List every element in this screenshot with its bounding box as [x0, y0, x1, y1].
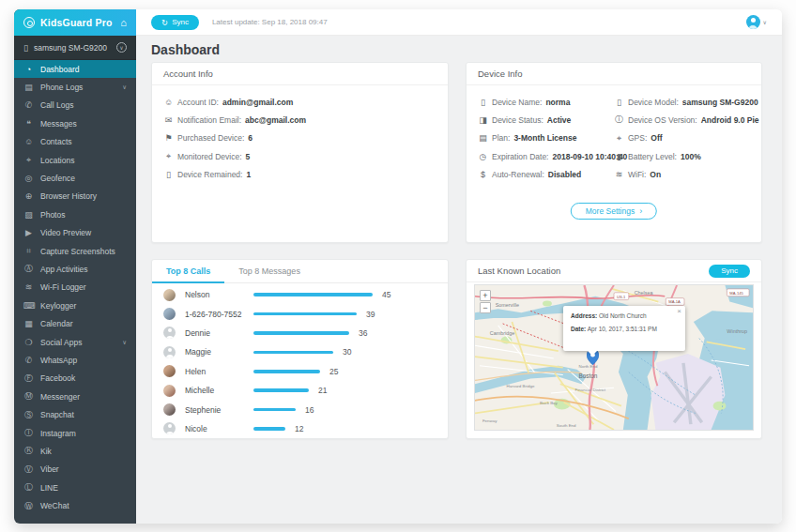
main-content: Dashboard Account Info ☺ Account ID: adm… [136, 36, 782, 524]
map-label-harvard-bridge: Harvard Bridge [507, 384, 535, 388]
device-selector-label: samsung SM-G9200 [34, 43, 107, 53]
sidebar-item-app-activities[interactable]: Ⓐ App Activities [14, 260, 136, 278]
sidebar-item-viber[interactable]: Ⓥ Viber [14, 461, 136, 479]
map-label-back-bay: Back Bay [540, 401, 559, 405]
contact-avatar [163, 365, 176, 377]
sidebar-item-social-apps[interactable]: ❍ Social Apps [14, 333, 136, 351]
info-row-purchased-device: ⚑ Purchased Device: 6 [163, 129, 436, 147]
svg-text:MA-145: MA-145 [729, 291, 743, 296]
call-count-value: 25 [329, 367, 338, 376]
sidebar-item-call-logs[interactable]: ✆ Call Logs [14, 97, 136, 114]
location-sync-button[interactable]: Sync [709, 265, 750, 278]
info-row-gps: ⌖ GPS: Off [614, 129, 750, 147]
sidebar-item-contacts[interactable]: ☺ Contacts [14, 133, 136, 151]
chart-row-helen: Helen 25 [163, 362, 436, 381]
wifi-logger-icon: ≋ [23, 282, 34, 292]
chart-row-maggie: Maggie 30 [163, 342, 436, 361]
device-info-left-column: ▯ Device Name: norma ◨ Device Status: Ac… [478, 93, 614, 183]
expiration-icon: ◷ [478, 152, 488, 161]
tooltip-date-value: Apr 10, 2017, 3:51:31 PM [588, 326, 657, 332]
sidebar-item-line[interactable]: Ⓛ LINE [14, 479, 136, 496]
close-icon[interactable]: × [677, 308, 681, 315]
chart-row-nicole: Nicole 12 [163, 419, 436, 438]
sidebar-item-whatsapp[interactable]: ✆ WhatsApp [14, 351, 136, 369]
wechat-icon: Ⓦ [23, 500, 34, 512]
call-count-bar [253, 388, 309, 392]
chart-row-michelle: Michelle 21 [163, 381, 436, 400]
calls-chart: Nelson 45 1-626-780-7552 39 [152, 283, 448, 438]
purchased-icon: ⚑ [163, 133, 174, 143]
map-zoom-out-button[interactable]: − [480, 302, 491, 313]
device-status-icon: ◨ [478, 115, 488, 125]
phone-logs-icon: ▤ [23, 83, 34, 92]
calendar-icon: ▦ [23, 319, 34, 328]
user-menu[interactable]: ∨ [746, 15, 767, 29]
map-label-winthrop: Winthrop [727, 328, 747, 334]
info-row-device-model: ▯ Device Model: samsung SM-G9200 [614, 93, 750, 111]
topbar: ↻ Sync Latest update: Sep 18, 2018 09:47… [136, 9, 782, 36]
gps-icon: ⌖ [614, 133, 624, 144]
sidebar-item-locations[interactable]: ⌖ Locations [14, 151, 136, 169]
tooltip-date-label: Date: [571, 326, 586, 332]
call-count-bar [253, 408, 296, 412]
info-row-auto-renewal: $ Auto-Renewal: Disabled [478, 165, 614, 183]
sync-icon: ↻ [161, 18, 168, 27]
info-row-monitored-device: ⌖ Monitored Device: 5 [163, 147, 436, 165]
sidebar-item-snapchat[interactable]: Ⓢ Snapchat [14, 405, 136, 423]
call-count-bar [253, 427, 285, 431]
chart-row-dennie: Dennie 36 [163, 324, 436, 342]
renewal-icon: $ [478, 170, 488, 179]
sidebar-item-wechat[interactable]: Ⓦ WeChat [14, 496, 136, 514]
map-label-cambridge: Cambridge [490, 330, 514, 336]
sidebar-item-keylogger[interactable]: ⌨ Keylogger [14, 296, 136, 314]
kidsguard-logo-icon [23, 17, 35, 28]
sidebar-item-facebook[interactable]: Ⓕ Facebook [14, 370, 136, 388]
account-info-title: Account Info [152, 63, 448, 85]
sidebar-item-messages[interactable]: ❝ Messages [14, 114, 136, 132]
contact-avatar [163, 308, 176, 320]
contact-name: 1-626-780-7552 [185, 310, 253, 319]
sidebar-item-photos[interactable]: ▨ Photos [14, 205, 136, 223]
sidebar-item-dashboard[interactable]: ◔ Dashboard [14, 60, 136, 78]
chart-row-nelson: Nelson 45 [163, 285, 436, 304]
sidebar-item-kik[interactable]: Ⓚ Kik [14, 442, 136, 460]
sidebar-item-instagram[interactable]: Ⓘ Instagram [14, 424, 136, 442]
app-window: KidsGuard Pro ⌂ ▯ samsung SM-G9200 ∨ ◔ D… [14, 9, 782, 524]
map-label-somerville: Somerville [496, 302, 519, 308]
device-info-card: Device Info ▯ Device Name: norma ◨ [466, 62, 762, 243]
map[interactable]: Somerville Cambridge Chelsea Winthrop Bo… [474, 284, 754, 431]
home-icon[interactable]: ⌂ [120, 18, 127, 28]
info-row-device-os-version: ⓘ Device OS Version: Android 9.0 Pie [614, 111, 750, 129]
dashboard-icon: ◔ [23, 65, 34, 74]
facebook-icon: Ⓕ [23, 372, 34, 385]
device-info-title: Device Info [467, 63, 761, 85]
tooltip-address-value: Old North Church [599, 312, 647, 319]
info-row-device-name: ▯ Device Name: norma [478, 93, 614, 111]
sidebar-item-phone-logs[interactable]: ▤ Phone Logs [14, 78, 136, 96]
sidebar-item-wi-fi-logger[interactable]: ≋ Wi-Fi Logger [14, 279, 136, 296]
plan-icon: ▤ [478, 133, 488, 143]
contact-name: Dennie [185, 328, 253, 338]
sidebar-item-geofence[interactable]: ◎ Geofence [14, 169, 136, 187]
tab-top-8-calls[interactable]: Top 8 Calls [152, 260, 224, 282]
more-settings-button[interactable]: More Settings › [571, 203, 657, 220]
map-badge-us1: US-1 [614, 293, 629, 300]
os-version-icon: ⓘ [614, 114, 624, 126]
map-zoom-in-button[interactable]: + [480, 290, 491, 301]
desktop-background: KidsGuard Pro ⌂ ▯ samsung SM-G9200 ∨ ◔ D… [0, 0, 796, 532]
call-count-value: 36 [359, 328, 367, 338]
more-settings-label: More Settings [586, 206, 635, 216]
sidebar-item-messenger[interactable]: Ⓜ Messenger [14, 388, 136, 405]
sidebar-item-capture-screenshots[interactable]: ⌗ Capture Screenshots [14, 242, 136, 260]
sidebar-item-calendar[interactable]: ▦ Calendar [14, 314, 136, 332]
tab-top-8-messages[interactable]: Top 8 Messages [224, 260, 314, 282]
info-row-device-status: ◨ Device Status: Active [478, 111, 614, 129]
sync-button[interactable]: ↻ Sync [151, 15, 199, 30]
map-label-fenway: Fenway [482, 418, 498, 423]
tooltip-address-label: Address: [571, 312, 597, 319]
sidebar-item-browser-history[interactable]: ⊕ Browser History [14, 188, 136, 205]
map-badge-ma145: MA-145 [727, 289, 749, 296]
sidebar-menu: ◔ Dashboard ▤ Phone Logs ✆ Call Logs [14, 60, 136, 515]
sidebar-item-video-preview[interactable]: ▶ Video Preview [14, 224, 136, 242]
device-selector[interactable]: ▯ samsung SM-G9200 ∨ [14, 36, 136, 60]
